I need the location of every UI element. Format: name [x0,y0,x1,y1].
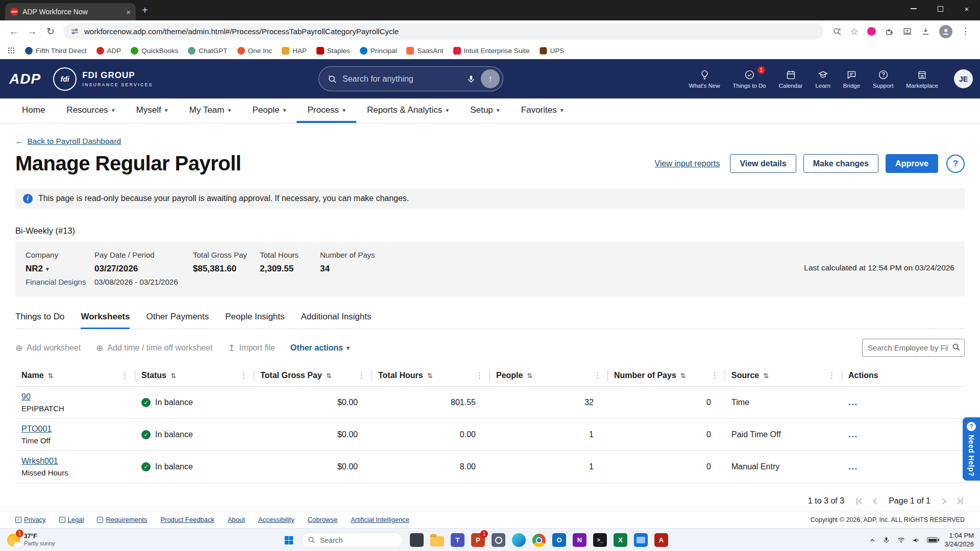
company-selector[interactable]: NR2▾ [26,264,94,274]
learn-button[interactable]: Learn [815,69,830,89]
sort-icon[interactable]: ⇅ [527,372,532,380]
back-to-payroll-dashboard-link[interactable]: ← Back to Payroll Dashboard [15,137,121,146]
column-menu-icon[interactable]: ⋮ [358,371,365,380]
bookmark-hap[interactable]: HAP [282,47,307,55]
apps-grid-icon[interactable] [7,46,15,55]
excel-icon[interactable]: X [614,533,627,547]
bookmark-ups[interactable]: UPS [540,47,565,55]
footer-product-feedback-link[interactable]: Product Feedback [160,516,214,523]
sort-icon[interactable]: ⇅ [680,372,686,380]
approve-button[interactable]: Approve [886,154,938,173]
column-menu-icon[interactable]: ⋮ [240,371,248,380]
previous-page-button[interactable] [874,499,878,504]
nav-reports-analytics[interactable]: Reports & Analytics▾ [356,98,459,123]
column-header-source[interactable]: Source⇅⋮ [725,370,842,381]
employee-search-input[interactable] [862,339,965,357]
reload-button[interactable]: ↻ [42,23,59,40]
microphone-icon[interactable] [467,74,476,84]
calendar-button[interactable]: Calendar [779,69,803,89]
downloads-icon[interactable] [921,27,930,36]
bookmark-intuit-enterprise-suite[interactable]: Intuit Enterprise Suite [453,47,530,55]
terminal-icon[interactable]: >_ [593,533,607,547]
extensions-puzzle-icon[interactable] [885,27,894,36]
nav-resources[interactable]: Resources▾ [56,98,125,123]
things-to-do-button[interactable]: 1 Things to Do [733,69,766,89]
column-menu-icon[interactable]: ⋮ [711,371,719,380]
edge-icon[interactable] [512,533,526,547]
nav-myself[interactable]: Myself▾ [126,98,179,123]
row-actions-menu[interactable]: ... [848,397,858,407]
next-page-button[interactable] [941,499,945,504]
bookmark-one-inc[interactable]: One Inc [237,47,272,55]
user-avatar[interactable]: JE [954,69,973,88]
window-minimize-button[interactable] [900,0,927,17]
sort-icon[interactable]: ⇅ [48,372,54,380]
tab-close-icon[interactable]: × [126,8,131,16]
search-submit-button[interactable]: ↑ [481,69,500,88]
tab-worksheets[interactable]: Worksheets [81,312,130,329]
company-link[interactable]: Financial Designs [26,278,86,286]
page-help-button[interactable]: ? [946,155,965,173]
nav-favorites[interactable]: Favorites▾ [510,98,574,123]
browser-menu-icon[interactable]: ⋮ [961,26,970,37]
view-details-button[interactable]: View details [730,154,796,173]
bridge-button[interactable]: Bridge [843,69,860,89]
bookmark-fifth-third-direct[interactable]: Fifth Third Direct [25,47,87,55]
sort-icon[interactable]: ⇅ [326,372,332,380]
forward-button[interactable]: → [23,23,41,40]
profile-avatar[interactable] [939,25,952,38]
outlook-icon[interactable]: O [552,533,566,547]
bookmark-quickbooks[interactable]: QuickBooks [131,47,178,55]
bookmark-saasant[interactable]: SaasAnt [406,47,443,55]
footer-about-link[interactable]: About [228,516,245,523]
footer-requirements-link[interactable]: ✓Requirements [97,516,147,523]
window-close-button[interactable]: × [953,0,980,17]
taskbar-clock[interactable]: 1:04 PM 3/24/2026 [944,532,974,549]
pinned-extension-icon[interactable] [867,27,876,36]
column-header-total-hours[interactable]: Total Hours⇅⋮ [372,370,490,381]
whats-new-button[interactable]: What's New [689,69,720,89]
nav-setup[interactable]: Setup▾ [459,98,510,123]
sort-icon[interactable]: ⇅ [427,372,433,380]
marketplace-button[interactable]: Marketplace [906,69,938,89]
microphone-tray-icon[interactable] [883,536,890,544]
chrome-icon[interactable] [532,534,546,547]
app-window-icon[interactable] [410,533,424,547]
add-time-worksheet-button[interactable]: ⊕Add time / time off worksheet [96,343,212,354]
row-actions-menu[interactable]: ... [848,462,858,471]
acrobat-icon[interactable]: A [654,533,668,547]
nav-home[interactable]: Home [11,98,56,123]
bookmark-chatgpt[interactable]: ChatGPT [188,47,227,55]
add-worksheet-button[interactable]: ⊕Add worksheet [15,343,81,354]
column-header-people[interactable]: People⇅⋮ [490,370,608,381]
import-file-button[interactable]: ↥Import file [228,343,275,354]
bookmark-principal[interactable]: Principal [360,47,397,55]
address-bar[interactable]: workforcenow.adp.com/theme/admin.html#/P… [63,23,823,40]
wifi-icon[interactable] [897,536,905,544]
worksheet-link[interactable]: 90 [21,392,31,401]
bookmark-adp[interactable]: ADP [96,47,121,55]
remote-desktop-icon[interactable] [634,533,648,547]
weather-widget[interactable]: 1 37°F Partly sunny [7,533,55,547]
worksheet-link[interactable]: PTO001 [21,424,52,433]
column-header-status[interactable]: Status⇅⋮ [135,370,254,381]
nav-my-team[interactable]: My Team▾ [179,98,242,123]
last-page-button[interactable] [955,498,963,505]
lens-search-icon[interactable] [832,27,842,36]
tab-other-payments[interactable]: Other Payments [146,312,209,329]
column-header-total-gross-pay[interactable]: Total Gross Pay⇅⋮ [254,370,372,381]
tab-people-insights[interactable]: People Insights [225,312,284,329]
column-menu-icon[interactable]: ⋮ [476,371,483,380]
bookmark-staples[interactable]: Staples [316,47,350,55]
browser-tab[interactable]: ADP ADP Workforce Now × [5,3,136,20]
footer-privacy-link[interactable]: ✓Privacy [15,516,46,523]
sort-icon[interactable]: ⇅ [763,372,769,380]
column-menu-icon[interactable]: ⋮ [594,371,601,380]
footer-artificial-intelligence-link[interactable]: Artificial Intelligence [351,516,409,523]
tray-chevron-icon[interactable] [869,537,876,544]
nav-process[interactable]: Process▾ [297,98,356,123]
taskbar-search[interactable]: Search [301,532,403,548]
support-button[interactable]: Support [873,69,893,89]
file-explorer-icon[interactable] [430,536,444,546]
send-to-device-icon[interactable] [902,27,912,36]
